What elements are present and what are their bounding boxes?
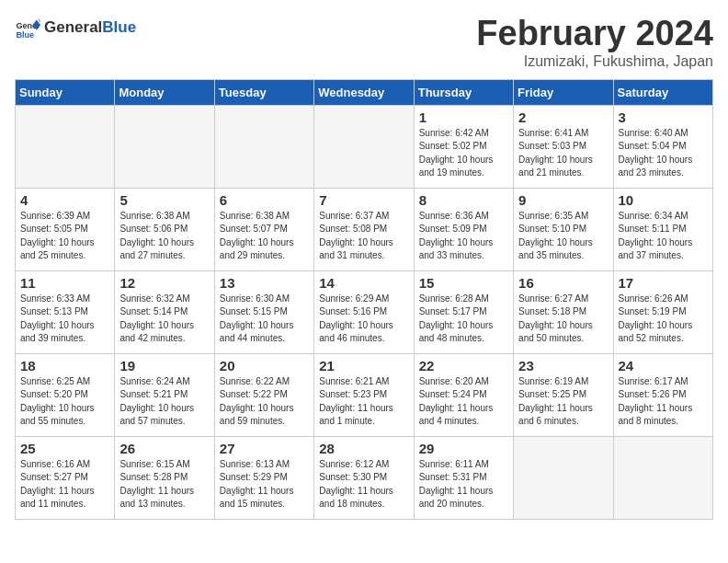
day-info: Sunrise: 6:27 AMSunset: 5:18 PMDaylight:… xyxy=(518,293,608,346)
day-info: Sunrise: 6:32 AMSunset: 5:14 PMDaylight:… xyxy=(119,293,209,346)
column-header-monday: Monday xyxy=(115,79,214,105)
day-number: 29 xyxy=(419,441,508,456)
calendar-cell xyxy=(613,436,712,519)
day-info: Sunrise: 6:20 AMSunset: 5:24 PMDaylight:… xyxy=(419,375,508,429)
title-area: February 2024 Izumizaki, Fukushima, Japa… xyxy=(476,15,713,70)
day-number: 6 xyxy=(220,192,309,208)
day-number: 13 xyxy=(220,275,309,291)
calendar-cell: 16Sunrise: 6:27 AMSunset: 5:18 PMDayligh… xyxy=(514,270,613,353)
calendar-cell: 22Sunrise: 6:20 AMSunset: 5:24 PMDayligh… xyxy=(414,353,513,436)
calendar-cell: 10Sunrise: 6:34 AMSunset: 5:11 PMDayligh… xyxy=(613,188,712,270)
day-info: Sunrise: 6:38 AMSunset: 5:07 PMDaylight:… xyxy=(220,210,309,263)
day-info: Sunrise: 6:33 AMSunset: 5:13 PMDaylight:… xyxy=(20,293,109,346)
week-row-2: 4Sunrise: 6:39 AMSunset: 5:05 PMDaylight… xyxy=(16,188,713,270)
day-info: Sunrise: 6:22 AMSunset: 5:22 PMDaylight:… xyxy=(220,375,309,429)
calendar-cell: 7Sunrise: 6:37 AMSunset: 5:08 PMDaylight… xyxy=(314,188,414,270)
day-number: 10 xyxy=(619,192,708,208)
calendar-cell: 6Sunrise: 6:38 AMSunset: 5:07 PMDaylight… xyxy=(214,188,313,270)
day-info: Sunrise: 6:29 AMSunset: 5:16 PMDaylight:… xyxy=(319,293,408,346)
calendar-cell xyxy=(16,105,115,188)
calendar-cell xyxy=(514,436,613,519)
day-number: 4 xyxy=(20,192,109,208)
calendar-cell: 21Sunrise: 6:21 AMSunset: 5:23 PMDayligh… xyxy=(314,353,414,436)
week-row-1: 1Sunrise: 6:42 AMSunset: 5:02 PMDaylight… xyxy=(16,105,713,188)
column-header-sunday: Sunday xyxy=(16,79,115,105)
day-info: Sunrise: 6:19 AMSunset: 5:25 PMDaylight:… xyxy=(518,375,608,429)
calendar-cell: 9Sunrise: 6:35 AMSunset: 5:10 PMDaylight… xyxy=(514,188,613,270)
header-row: SundayMondayTuesdayWednesdayThursdayFrid… xyxy=(16,79,713,105)
day-info: Sunrise: 6:17 AMSunset: 5:26 PMDaylight:… xyxy=(619,375,708,429)
day-number: 28 xyxy=(319,441,408,456)
calendar-cell: 17Sunrise: 6:26 AMSunset: 5:19 PMDayligh… xyxy=(613,270,712,353)
calendar-cell xyxy=(314,105,414,188)
calendar-cell xyxy=(214,105,313,188)
calendar-cell xyxy=(115,105,214,188)
calendar-cell: 15Sunrise: 6:28 AMSunset: 5:17 PMDayligh… xyxy=(414,270,513,353)
week-row-5: 25Sunrise: 6:16 AMSunset: 5:27 PMDayligh… xyxy=(16,436,713,519)
calendar-cell: 28Sunrise: 6:12 AMSunset: 5:30 PMDayligh… xyxy=(314,436,414,519)
calendar-cell: 1Sunrise: 6:42 AMSunset: 5:02 PMDaylight… xyxy=(414,105,513,188)
day-info: Sunrise: 6:40 AMSunset: 5:04 PMDaylight:… xyxy=(619,127,708,180)
day-number: 9 xyxy=(518,192,608,208)
calendar-cell: 26Sunrise: 6:15 AMSunset: 5:28 PMDayligh… xyxy=(115,436,214,519)
calendar-subtitle: Izumizaki, Fukushima, Japan xyxy=(476,53,713,70)
calendar-cell: 2Sunrise: 6:41 AMSunset: 5:03 PMDaylight… xyxy=(514,105,613,188)
day-info: Sunrise: 6:26 AMSunset: 5:19 PMDaylight:… xyxy=(619,293,708,346)
day-info: Sunrise: 6:28 AMSunset: 5:17 PMDaylight:… xyxy=(419,293,508,346)
calendar-cell: 25Sunrise: 6:16 AMSunset: 5:27 PMDayligh… xyxy=(16,436,115,519)
day-number: 22 xyxy=(419,358,508,373)
day-info: Sunrise: 6:24 AMSunset: 5:21 PMDaylight:… xyxy=(119,375,209,429)
day-info: Sunrise: 6:25 AMSunset: 5:20 PMDaylight:… xyxy=(20,375,109,429)
day-number: 26 xyxy=(119,441,209,456)
day-number: 16 xyxy=(518,275,608,291)
day-info: Sunrise: 6:36 AMSunset: 5:09 PMDaylight:… xyxy=(419,210,508,263)
day-info: Sunrise: 6:13 AMSunset: 5:29 PMDaylight:… xyxy=(220,458,309,511)
day-info: Sunrise: 6:16 AMSunset: 5:27 PMDaylight:… xyxy=(20,458,109,511)
day-number: 17 xyxy=(619,275,708,291)
calendar-cell: 8Sunrise: 6:36 AMSunset: 5:09 PMDaylight… xyxy=(414,188,513,270)
day-number: 25 xyxy=(20,441,109,456)
day-number: 19 xyxy=(119,358,209,373)
day-number: 2 xyxy=(518,109,608,125)
calendar-cell: 18Sunrise: 6:25 AMSunset: 5:20 PMDayligh… xyxy=(16,353,115,436)
column-header-tuesday: Tuesday xyxy=(214,79,313,105)
day-info: Sunrise: 6:21 AMSunset: 5:23 PMDaylight:… xyxy=(319,375,408,429)
logo: General Blue General Blue xyxy=(15,15,136,40)
day-number: 5 xyxy=(119,192,209,208)
calendar-title: February 2024 xyxy=(476,15,713,53)
day-number: 14 xyxy=(319,275,408,291)
logo-general-text: General xyxy=(44,18,102,37)
page-header: General Blue General Blue February 2024 … xyxy=(15,15,713,70)
day-info: Sunrise: 6:15 AMSunset: 5:28 PMDaylight:… xyxy=(119,458,209,511)
day-info: Sunrise: 6:12 AMSunset: 5:30 PMDaylight:… xyxy=(319,458,408,511)
day-info: Sunrise: 6:41 AMSunset: 5:03 PMDaylight:… xyxy=(518,127,608,180)
day-info: Sunrise: 6:30 AMSunset: 5:15 PMDaylight:… xyxy=(220,293,309,346)
calendar-cell: 5Sunrise: 6:38 AMSunset: 5:06 PMDaylight… xyxy=(115,188,214,270)
day-number: 21 xyxy=(319,358,408,373)
day-number: 24 xyxy=(619,358,708,373)
week-row-3: 11Sunrise: 6:33 AMSunset: 5:13 PMDayligh… xyxy=(16,270,713,353)
week-row-4: 18Sunrise: 6:25 AMSunset: 5:20 PMDayligh… xyxy=(16,353,713,436)
day-number: 15 xyxy=(419,275,508,291)
day-number: 20 xyxy=(220,358,309,373)
day-number: 1 xyxy=(419,109,508,125)
column-header-wednesday: Wednesday xyxy=(314,79,414,105)
day-number: 12 xyxy=(119,275,209,291)
day-info: Sunrise: 6:39 AMSunset: 5:05 PMDaylight:… xyxy=(20,210,109,263)
day-number: 8 xyxy=(419,192,508,208)
day-number: 11 xyxy=(20,275,109,291)
column-header-saturday: Saturday xyxy=(613,79,712,105)
column-header-friday: Friday xyxy=(514,79,613,105)
calendar-cell: 12Sunrise: 6:32 AMSunset: 5:14 PMDayligh… xyxy=(115,270,214,353)
svg-text:Blue: Blue xyxy=(16,30,34,40)
calendar-table: SundayMondayTuesdayWednesdayThursdayFrid… xyxy=(15,79,713,520)
day-number: 7 xyxy=(319,192,408,208)
calendar-cell: 19Sunrise: 6:24 AMSunset: 5:21 PMDayligh… xyxy=(115,353,214,436)
calendar-cell: 3Sunrise: 6:40 AMSunset: 5:04 PMDaylight… xyxy=(613,105,712,188)
logo-icon: General Blue xyxy=(15,15,40,40)
day-info: Sunrise: 6:35 AMSunset: 5:10 PMDaylight:… xyxy=(518,210,608,263)
day-number: 23 xyxy=(518,358,608,373)
day-number: 18 xyxy=(20,358,109,373)
day-number: 3 xyxy=(619,109,708,125)
day-info: Sunrise: 6:11 AMSunset: 5:31 PMDaylight:… xyxy=(419,458,508,511)
